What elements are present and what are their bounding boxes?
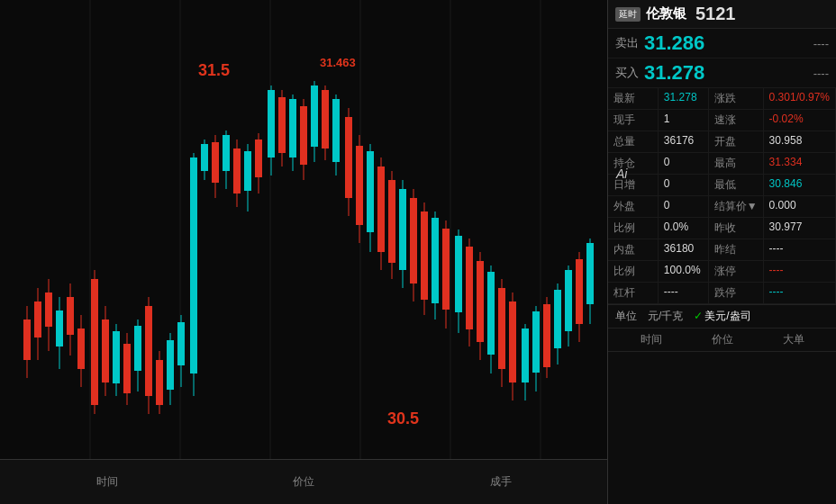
svg-rect-68 xyxy=(356,146,363,225)
grid-value: 100.0% xyxy=(659,261,709,283)
bid-label: 买入 xyxy=(615,65,644,81)
grid-label: 涨停 xyxy=(709,261,764,283)
instrument-name: 伦敦银 xyxy=(646,5,686,22)
svg-rect-90 xyxy=(477,261,484,342)
svg-rect-82 xyxy=(432,218,439,303)
svg-rect-42 xyxy=(212,142,219,183)
grid-label: 现手 xyxy=(608,110,659,131)
svg-rect-56 xyxy=(289,99,296,158)
svg-rect-98 xyxy=(522,328,529,382)
svg-rect-78 xyxy=(410,198,417,284)
svg-rect-44 xyxy=(223,135,230,171)
bid-value: 31.278 xyxy=(644,61,704,85)
svg-rect-70 xyxy=(367,151,374,232)
svg-rect-8 xyxy=(23,320,31,360)
svg-rect-60 xyxy=(311,86,318,147)
svg-rect-14 xyxy=(56,310,63,346)
grid-label: 昨收 xyxy=(709,218,764,239)
grid-value: ---- xyxy=(659,283,709,304)
unit-label: 单位 xyxy=(615,309,637,324)
grid-label: 昨结 xyxy=(709,239,764,261)
chart-bottom-time: 时间 xyxy=(9,474,205,490)
svg-rect-38 xyxy=(190,158,197,374)
grid-value: -0.02% xyxy=(764,110,836,131)
svg-rect-96 xyxy=(509,302,516,382)
chart-area: 31.5 31.463 30.5 时间 价位 成手 xyxy=(0,0,608,504)
svg-rect-16 xyxy=(67,297,74,335)
svg-rect-104 xyxy=(554,290,561,348)
svg-rect-24 xyxy=(113,331,120,383)
tpb-col3: 大单 xyxy=(758,332,829,347)
svg-rect-100 xyxy=(532,311,540,373)
tpb-col1: 时间 xyxy=(615,332,686,347)
chart-label-31463: 31.463 xyxy=(320,56,356,69)
grid-value: 30.846 xyxy=(764,175,836,196)
svg-rect-36 xyxy=(177,322,185,365)
svg-rect-94 xyxy=(498,288,505,369)
svg-rect-58 xyxy=(300,106,307,165)
svg-rect-34 xyxy=(167,340,174,390)
svg-rect-30 xyxy=(145,306,152,396)
ask-value: 31.286 xyxy=(644,32,704,55)
grid-value: 36180 xyxy=(659,239,709,261)
ask-extra: ---- xyxy=(813,37,829,50)
app: 31.5 31.463 30.5 时间 价位 成手 延时 伦敦银 5121 卖出… xyxy=(0,0,836,504)
unit-usd[interactable]: ✓美元/盎司 xyxy=(694,309,750,324)
grid-value: 0 xyxy=(659,175,709,196)
svg-rect-80 xyxy=(421,212,428,300)
svg-rect-54 xyxy=(278,97,286,153)
tpb-header: 时间 价位 大单 xyxy=(608,328,836,352)
svg-rect-28 xyxy=(134,326,141,371)
grid-label: 开盘 xyxy=(709,131,764,153)
unit-row: 单位 元/千克 ✓美元/盎司 xyxy=(608,305,836,328)
svg-rect-10 xyxy=(34,302,41,338)
svg-rect-20 xyxy=(91,279,98,405)
grid-label: 内盘 xyxy=(608,239,659,261)
svg-rect-32 xyxy=(156,360,163,405)
chart-bottom-price: 价位 xyxy=(205,474,402,490)
svg-rect-48 xyxy=(244,151,251,191)
ask-row: 卖出 31.286 ---- xyxy=(608,29,836,58)
svg-rect-92 xyxy=(487,272,495,355)
svg-rect-50 xyxy=(255,140,262,177)
bid-row: 买入 31.278 ---- xyxy=(608,58,836,88)
chart-label-315: 31.5 xyxy=(198,61,230,80)
grid-label: 最新 xyxy=(608,88,659,110)
grid-label: 速涨 xyxy=(709,110,764,131)
grid-value: 1 xyxy=(659,110,709,131)
chart-bottom-bar: 时间 价位 成手 xyxy=(0,459,608,504)
svg-rect-40 xyxy=(201,144,208,171)
grid-label: 最高 xyxy=(709,153,764,175)
panel-header: 延时 伦敦银 5121 xyxy=(608,0,836,29)
unit-yuan[interactable]: 元/千克 xyxy=(648,309,683,324)
grid-label: 结算价▼ xyxy=(709,196,764,218)
grid-value: 30.958 xyxy=(764,131,836,153)
svg-rect-52 xyxy=(268,90,275,158)
grid-label: 最低 xyxy=(709,175,764,196)
ask-label: 卖出 xyxy=(615,35,644,51)
svg-rect-110 xyxy=(586,243,594,304)
grid-label: 比例 xyxy=(608,261,659,283)
data-grid: 最新31.278涨跌0.301/0.97%现手1速涨-0.02%总量36176开… xyxy=(608,88,836,305)
svg-rect-88 xyxy=(466,247,473,329)
trade-list xyxy=(608,352,836,504)
tpb-col2: 价位 xyxy=(686,332,758,347)
right-panel: 延时 伦敦银 5121 卖出 31.286 ---- 买入 31.278 ---… xyxy=(608,0,836,504)
grid-value: 0.000 xyxy=(764,196,836,218)
bid-extra: ---- xyxy=(813,67,829,80)
svg-rect-62 xyxy=(322,90,329,148)
grid-label: 杠杆 xyxy=(608,283,659,304)
grid-value: 0 xyxy=(659,153,709,175)
svg-rect-18 xyxy=(77,328,85,369)
svg-rect-72 xyxy=(377,166,385,252)
grid-value: ---- xyxy=(764,239,836,261)
svg-rect-22 xyxy=(102,320,109,382)
grid-label: 比例 xyxy=(608,218,659,239)
candle-chart xyxy=(0,0,608,459)
svg-rect-26 xyxy=(123,344,131,393)
svg-rect-108 xyxy=(576,259,583,324)
grid-value: ---- xyxy=(764,283,836,304)
svg-rect-86 xyxy=(455,236,462,312)
grid-value: 36176 xyxy=(659,131,709,153)
svg-rect-66 xyxy=(345,117,352,198)
